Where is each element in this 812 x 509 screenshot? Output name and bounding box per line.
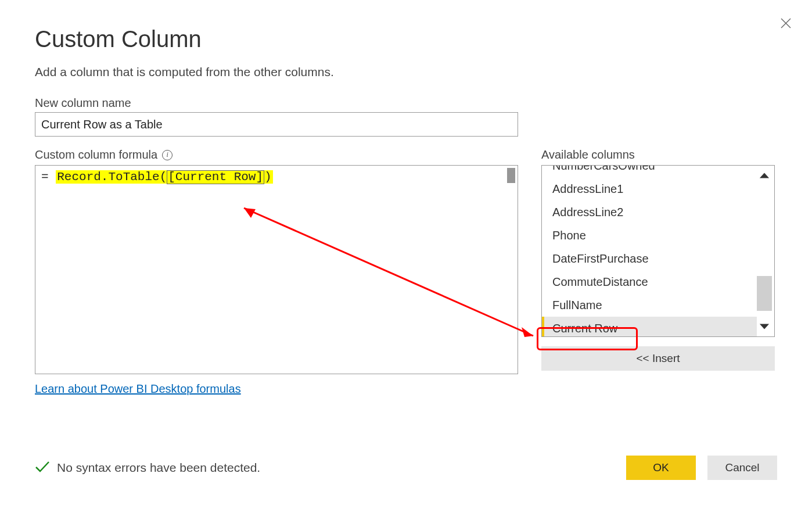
svg-marker-2 — [760, 173, 769, 178]
scroll-up-button[interactable] — [757, 168, 772, 183]
svg-marker-3 — [760, 324, 769, 329]
formula-editor[interactable]: = Record.ToTable([Current Row]) — [35, 165, 518, 374]
available-column-item[interactable]: NumberCarsOwned — [542, 165, 757, 177]
available-scrollbar — [757, 168, 772, 334]
cancel-button[interactable]: Cancel — [707, 456, 777, 480]
available-columns-list: NumberCarsOwnedAddressLine1AddressLine2P… — [541, 165, 775, 337]
dialog-subtitle: Add a column that is computed from the o… — [35, 65, 777, 79]
formula-prefix: = — [41, 170, 56, 184]
scroll-down-button[interactable] — [757, 319, 772, 334]
available-column-item[interactable]: AddressLine1 — [542, 177, 757, 200]
learn-link[interactable]: Learn about Power BI Desktop formulas — [35, 382, 241, 396]
info-icon[interactable]: i — [162, 150, 173, 160]
checkmark-icon — [35, 460, 50, 476]
scroll-track[interactable] — [757, 183, 772, 319]
available-column-item[interactable]: AddressLine2 — [542, 200, 757, 224]
available-column-item[interactable]: DateFirstPurchase — [542, 247, 757, 270]
status-text: No syntax errors have been detected. — [57, 461, 260, 475]
scroll-thumb[interactable] — [757, 276, 772, 311]
insert-button[interactable]: << Insert — [541, 346, 775, 371]
available-column-item[interactable]: FullName — [542, 293, 757, 317]
available-column-item[interactable]: Current Row — [542, 317, 757, 337]
dialog-title: Custom Column — [35, 26, 777, 52]
close-button[interactable] — [777, 15, 795, 32]
custom-column-dialog: Custom Column Add a column that is compu… — [0, 0, 812, 509]
formula-scrollbar-thumb[interactable] — [507, 168, 515, 183]
available-column-item[interactable]: CommuteDistance — [542, 270, 757, 293]
ok-button[interactable]: OK — [626, 456, 696, 480]
column-name-input[interactable] — [35, 112, 518, 137]
column-name-label: New column name — [35, 96, 777, 110]
formula-code-highlighted: Record.ToTable([Current Row]) — [56, 170, 272, 184]
available-column-item[interactable]: Phone — [542, 224, 757, 247]
available-columns-label: Available columns — [541, 148, 775, 162]
formula-label: Custom column formula — [35, 148, 157, 162]
